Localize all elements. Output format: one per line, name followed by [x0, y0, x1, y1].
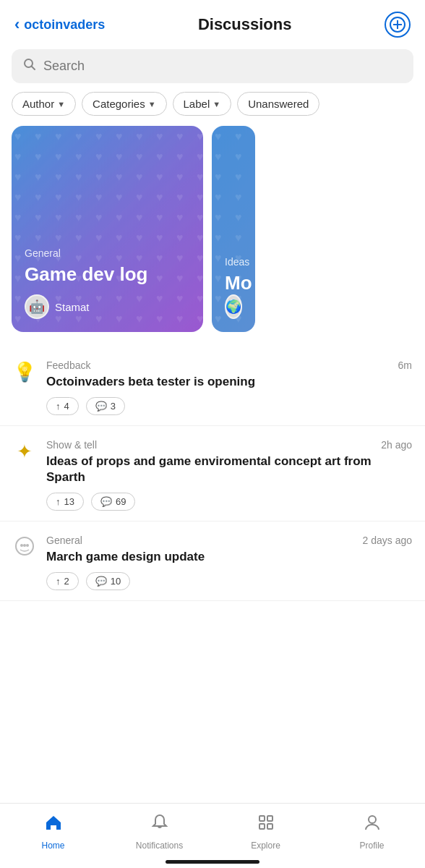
comment-count-2: 10 [111, 576, 121, 587]
upvote-pill-0[interactable]: ↑ 4 [46, 397, 79, 415]
chevron-down-icon: ▼ [57, 100, 65, 109]
svg-point-10 [20, 544, 23, 547]
discussion-item-2[interactable]: General 2 days ago March game design upd… [0, 522, 425, 601]
repo-name[interactable]: octoinvaders [24, 17, 105, 33]
explore-icon [256, 812, 276, 838]
discussion-stats-1: ↑ 13 💬 69 [46, 493, 412, 511]
svg-point-11 [23, 544, 26, 547]
comment-count-1: 69 [116, 496, 126, 507]
search-icon [23, 58, 36, 75]
person-icon [362, 812, 382, 838]
nav-profile-label: Profile [359, 841, 384, 851]
avatar-1: 🌍 [225, 294, 242, 319]
discussion-time-1: 2h ago [381, 439, 412, 451]
bell-icon [150, 812, 170, 838]
discussion-time-2: 2 days ago [363, 535, 413, 546]
home-indicator [166, 860, 259, 864]
avatar-0: 🤖 [25, 294, 49, 319]
comment-icon-0: 💬 [95, 401, 107, 412]
comment-icon-2: 💬 [95, 576, 107, 587]
page-title: Discussions [198, 15, 292, 34]
feedback-icon: 💡 [13, 361, 36, 383]
card-category-0: General [25, 247, 190, 259]
add-discussion-button[interactable] [385, 12, 411, 38]
discussion-category-0: Feedback [46, 359, 90, 371]
upvote-count-2: 2 [64, 576, 69, 587]
svg-rect-15 [259, 824, 265, 829]
discussion-stats-0: ↑ 4 💬 3 [46, 397, 412, 415]
upvote-icon-1: ↑ [56, 496, 61, 507]
upvote-pill-2[interactable]: ↑ 2 [46, 572, 79, 590]
chevron-down-icon: ▼ [212, 100, 220, 109]
nav-explore-label: Explore [251, 841, 280, 851]
svg-rect-13 [259, 816, 265, 821]
author-name-0: Stamat [55, 301, 90, 313]
nav-profile[interactable]: Profile [319, 812, 425, 851]
card-content-0: General Game dev log 🤖 Stamat [12, 236, 203, 332]
bottom-nav: Home Notifications Explore [0, 803, 425, 868]
discussion-title-0: Octoinvaders beta tester is opening [46, 374, 412, 390]
comment-pill-2[interactable]: 💬 10 [86, 572, 130, 590]
upvote-icon-2: ↑ [56, 576, 61, 587]
discussion-meta-0: Feedback 6m [46, 359, 412, 371]
card-title-0: Game dev log [25, 263, 190, 286]
filter-label[interactable]: Label ▼ [173, 92, 232, 116]
svg-rect-14 [267, 816, 272, 821]
upvote-pill-1[interactable]: ↑ 13 [46, 493, 84, 511]
discussion-meta-2: General 2 days ago [46, 535, 412, 546]
discussion-item-1[interactable]: ✦ Show & tell 2h ago Ideas of props and … [0, 426, 425, 522]
nav-home-label: Home [41, 841, 64, 851]
card-title-1: Mo [225, 272, 242, 294]
search-input[interactable] [43, 59, 402, 74]
chevron-down-icon: ▼ [148, 100, 156, 109]
upvote-count-0: 4 [64, 401, 69, 412]
upvote-count-1: 13 [64, 496, 74, 507]
back-icon[interactable]: ‹ [14, 15, 20, 34]
comment-icon-1: 💬 [100, 496, 112, 507]
comment-pill-1[interactable]: 💬 69 [91, 493, 135, 511]
search-bar[interactable] [12, 49, 413, 83]
svg-point-17 [369, 816, 376, 823]
filter-row: Author ▼ Categories ▼ Label ▼ Unanswered [0, 92, 425, 126]
home-icon [43, 812, 64, 838]
discussion-time-0: 6m [398, 359, 412, 371]
comment-pill-0[interactable]: 💬 3 [86, 397, 125, 415]
featured-cards: ♥ General Game dev log 🤖 Stamat ♥ Ideas [0, 126, 425, 346]
filter-categories[interactable]: Categories ▼ [82, 92, 166, 116]
plus-icon [390, 17, 405, 33]
featured-card-1[interactable]: ♥ Ideas Mo 🌍 [212, 126, 255, 332]
card-author-1: 🌍 [225, 294, 242, 319]
header-left: ‹ octoinvaders [14, 15, 105, 34]
showandtell-icon: ✦ [13, 441, 36, 463]
nav-home[interactable]: Home [0, 812, 106, 851]
svg-line-4 [32, 67, 35, 70]
filter-author[interactable]: Author ▼ [12, 92, 76, 116]
discussion-item-0[interactable]: 💡 Feedback 6m Octoinvaders beta tester i… [0, 346, 425, 426]
upvote-icon-0: ↑ [56, 401, 61, 412]
nav-notifications-label: Notifications [136, 841, 183, 851]
header: ‹ octoinvaders Discussions [0, 0, 425, 46]
card-content-1: Ideas Mo 🌍 [212, 244, 255, 332]
discussion-meta-1: Show & tell 2h ago [46, 439, 412, 451]
nav-explore[interactable]: Explore [212, 812, 319, 851]
discussion-category-1: Show & tell [46, 439, 97, 451]
discussion-category-2: General [46, 535, 82, 546]
general-icon [13, 536, 36, 561]
discussion-body-2: General 2 days ago March game design upd… [46, 535, 412, 590]
featured-card-0[interactable]: ♥ General Game dev log 🤖 Stamat [12, 126, 203, 332]
card-category-1: Ideas [225, 256, 242, 268]
discussion-list: 💡 Feedback 6m Octoinvaders beta tester i… [0, 346, 425, 601]
comment-count-0: 3 [111, 401, 116, 412]
filter-unanswered[interactable]: Unanswered [237, 92, 319, 116]
discussion-title-1: Ideas of props and game enviromental con… [46, 454, 412, 485]
discussion-body-0: Feedback 6m Octoinvaders beta tester is … [46, 359, 412, 415]
nav-notifications[interactable]: Notifications [106, 812, 212, 851]
discussion-body-1: Show & tell 2h ago Ideas of props and ga… [46, 439, 412, 511]
discussion-title-2: March game design update [46, 549, 412, 565]
svg-rect-16 [267, 824, 272, 829]
card-author-0: 🤖 Stamat [25, 294, 190, 319]
discussion-stats-2: ↑ 2 💬 10 [46, 572, 412, 590]
svg-point-12 [26, 544, 29, 547]
